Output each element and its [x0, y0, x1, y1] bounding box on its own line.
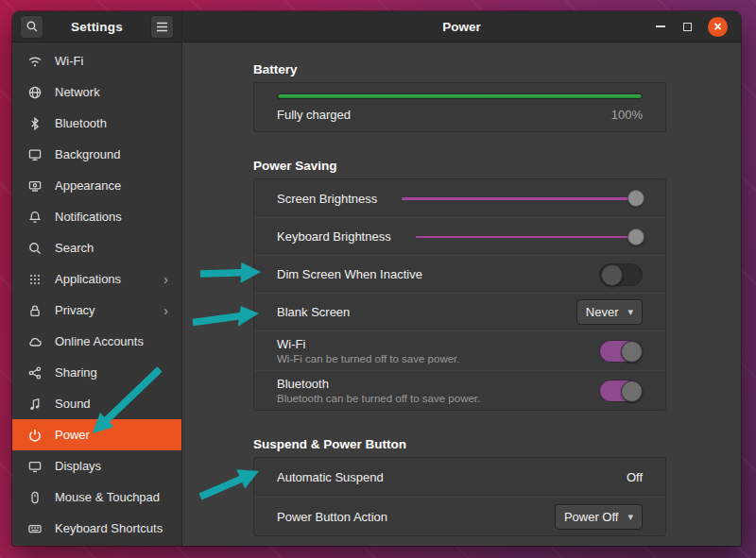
keyboard-shortcuts-icon: [27, 521, 43, 536]
close-icon: ×: [713, 20, 721, 33]
blank-screen-value: Never: [586, 305, 619, 319]
desktop-wallpaper: Settings Wi-Fi Network: [0, 0, 756, 558]
minimize-button[interactable]: [655, 20, 666, 33]
menu-button[interactable]: [150, 15, 174, 39]
sidebar-item-label: Notifications: [55, 210, 172, 224]
power-icon: [27, 428, 43, 443]
sidebar-item-label: Mouse & Touchpad: [55, 490, 172, 504]
sidebar-item-applications[interactable]: Applications ›: [12, 263, 181, 295]
power-button-action-dropdown[interactable]: Power Off ▾: [555, 504, 643, 530]
network-icon: [27, 85, 43, 100]
automatic-suspend-row[interactable]: Automatic Suspend Off: [254, 458, 665, 497]
keyboard-brightness-row: Keyboard Brightness: [254, 217, 665, 255]
section-title-battery: Battery: [253, 62, 666, 76]
sidebar-item-label: Network: [55, 85, 172, 99]
background-icon: [27, 147, 43, 162]
sidebar-item-label: Online Accounts: [55, 334, 172, 348]
main-panel: Power × Battery Fully charged 100%: [182, 11, 741, 546]
keyboard-brightness-slider[interactable]: [416, 227, 643, 247]
slider-thumb[interactable]: [627, 228, 644, 245]
sidebar-item-sharing[interactable]: Sharing: [12, 357, 181, 388]
online-accounts-icon: [27, 334, 43, 349]
sidebar-item-displays[interactable]: Displays: [12, 450, 181, 482]
sidebar-item-privacy[interactable]: Privacy ›: [12, 295, 181, 326]
minimize-icon: [656, 25, 665, 27]
sidebar-item-sound[interactable]: Sound: [12, 388, 181, 419]
suspend-section: Suspend & Power Button Automatic Suspend…: [253, 437, 666, 536]
sidebar-item-online-accounts[interactable]: Online Accounts: [12, 326, 181, 357]
suspend-card: Automatic Suspend Off Power Button Actio…: [253, 457, 666, 536]
battery-progress-fill: [278, 94, 642, 98]
wifi-power-row: Wi-Fi Wi-Fi can be turned off to save po…: [254, 330, 665, 370]
screen-brightness-label: Screen Brightness: [277, 192, 377, 206]
battery-card: Fully charged 100%: [253, 82, 666, 132]
sidebar-item-bluetooth[interactable]: Bluetooth: [12, 108, 181, 139]
applications-icon: [27, 272, 43, 287]
sidebar-item-label: Displays: [55, 459, 172, 473]
power-button-action-label: Power Button Action: [277, 510, 387, 524]
sidebar-item-label: Bluetooth: [55, 116, 172, 130]
sharing-icon: [27, 365, 43, 380]
sidebar-item-label: Background: [55, 147, 172, 161]
wifi-row-subtitle: Wi-Fi can be turned off to save power.: [277, 353, 599, 364]
sidebar-item-network[interactable]: Network: [12, 76, 181, 108]
screen-brightness-row: Screen Brightness: [254, 179, 665, 217]
mouse-touchpad-icon: [27, 490, 43, 505]
blank-screen-dropdown[interactable]: Never ▾: [576, 299, 643, 325]
wifi-toggle[interactable]: [599, 340, 643, 363]
sidebar: Settings Wi-Fi Network: [12, 11, 182, 546]
sidebar-item-power[interactable]: Power: [12, 419, 181, 450]
close-button[interactable]: ×: [708, 17, 728, 37]
sidebar-nav: Wi-Fi Network Bluetooth Background Appea: [12, 42, 181, 544]
sidebar-item-mouse-touchpad[interactable]: Mouse & Touchpad: [12, 482, 181, 513]
bluetooth-power-row: Bluetooth Bluetooth can be turned off to…: [254, 370, 665, 410]
main-headerbar: Power ×: [182, 11, 741, 42]
section-title-power-saving: Power Saving: [253, 159, 666, 173]
section-title-suspend: Suspend & Power Button: [253, 437, 666, 451]
sidebar-item-keyboard-shortcuts[interactable]: Keyboard Shortcuts: [12, 513, 181, 544]
sidebar-item-wifi[interactable]: Wi-Fi: [12, 45, 181, 76]
bluetooth-icon: [27, 116, 43, 131]
sidebar-item-label: Power: [55, 428, 172, 442]
power-saving-card: Screen Brightness Keyboard Brightness: [253, 178, 666, 411]
sidebar-headerbar: Settings: [12, 11, 181, 42]
chevron-down-icon: ▾: [627, 511, 633, 523]
search-icon: [26, 20, 39, 33]
chevron-right-icon: ›: [163, 272, 172, 286]
sidebar-item-background[interactable]: Background: [12, 139, 181, 170]
sidebar-item-label: Wi-Fi: [55, 54, 172, 68]
sidebar-item-search[interactable]: Search: [12, 232, 181, 263]
screen-brightness-slider[interactable]: [402, 188, 643, 209]
battery-status-label: Fully charged: [277, 108, 351, 122]
power-settings-content: Battery Fully charged 100% Power Saving: [182, 42, 741, 546]
settings-window: Settings Wi-Fi Network: [12, 11, 741, 546]
battery-progress-bar: [277, 93, 643, 99]
displays-icon: [27, 459, 43, 474]
sound-icon: [27, 397, 43, 412]
power-button-action-row: Power Button Action Power Off ▾: [254, 497, 665, 535]
dim-screen-toggle[interactable]: [599, 263, 643, 286]
sidebar-item-label: Search: [55, 241, 172, 255]
blank-screen-label: Blank Screen: [277, 305, 350, 319]
maximize-button[interactable]: [680, 20, 694, 33]
sidebar-item-label: Sound: [55, 397, 172, 411]
bluetooth-toggle[interactable]: [599, 380, 643, 402]
menu-icon: [156, 22, 168, 32]
chevron-right-icon: ›: [163, 303, 172, 317]
automatic-suspend-value: Off: [627, 470, 643, 484]
bluetooth-row-subtitle: Bluetooth can be turned off to save powe…: [277, 393, 599, 404]
power-button-action-value: Power Off: [564, 510, 619, 524]
sidebar-item-appearance[interactable]: Appearance: [12, 170, 181, 201]
search-button[interactable]: [20, 15, 43, 39]
sidebar-item-label: Keyboard Shortcuts: [55, 521, 172, 535]
bluetooth-row-title: Bluetooth: [277, 377, 599, 391]
battery-section: Battery Fully charged 100%: [253, 62, 666, 132]
blank-screen-row: Blank Screen Never ▾: [254, 293, 665, 330]
sidebar-title: Settings: [49, 20, 145, 34]
maximize-icon: [683, 23, 692, 31]
sidebar-item-notifications[interactable]: Notifications: [12, 201, 181, 232]
slider-thumb[interactable]: [627, 190, 644, 207]
sidebar-item-label: Applications: [55, 272, 151, 286]
dim-screen-label: Dim Screen When Inactive: [277, 267, 422, 281]
battery-percent-label: 100%: [611, 108, 643, 122]
